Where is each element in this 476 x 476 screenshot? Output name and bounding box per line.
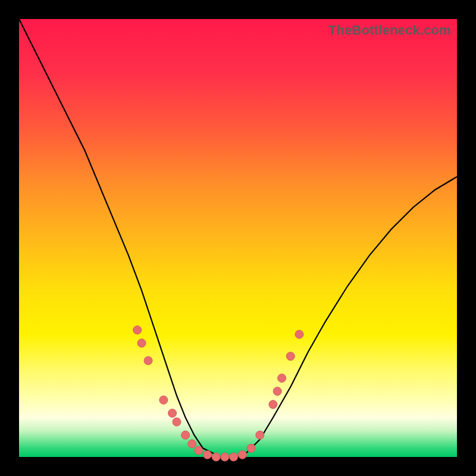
chart-svg [19, 19, 457, 457]
plot-area: TheBottleneck.com [19, 19, 457, 457]
data-point [230, 453, 238, 461]
data-point [286, 352, 295, 361]
data-point [203, 450, 212, 459]
data-point [173, 418, 181, 426]
data-point [256, 431, 264, 439]
data-point [221, 453, 229, 461]
data-point [195, 446, 203, 455]
data-point [133, 326, 142, 334]
data-point [238, 450, 246, 459]
data-point [144, 356, 152, 365]
data-point [181, 431, 190, 439]
chart-container: TheBottleneck.com [0, 0, 476, 476]
data-point [278, 374, 286, 383]
data-point [188, 440, 196, 448]
data-point [159, 396, 168, 404]
data-point [168, 409, 177, 417]
bottleneck-curve [19, 19, 457, 457]
data-point [137, 339, 146, 347]
data-point [247, 444, 255, 452]
data-point [269, 400, 277, 409]
data-point [273, 387, 281, 396]
data-point [295, 330, 303, 339]
data-points-group [133, 326, 303, 461]
data-point [212, 453, 220, 461]
